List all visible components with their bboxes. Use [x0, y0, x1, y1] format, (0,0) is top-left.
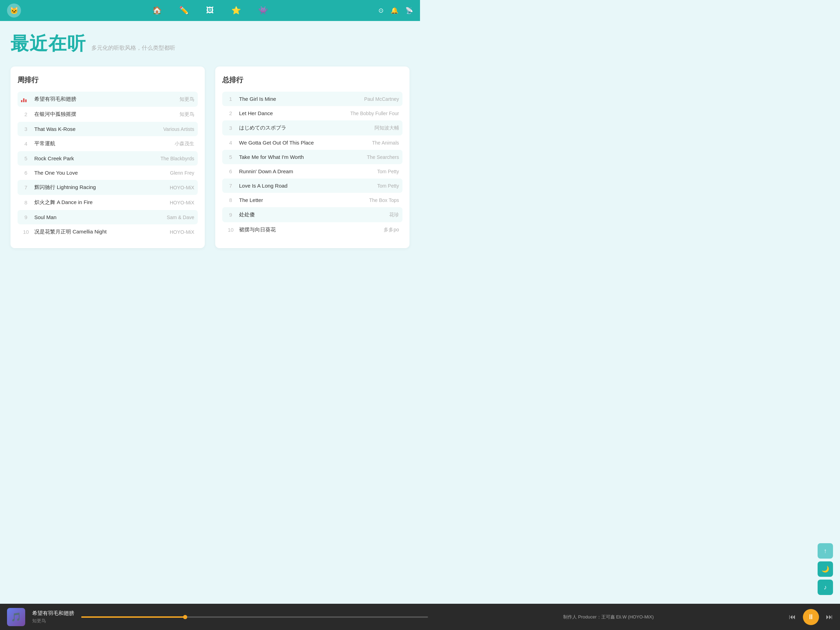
row-rank: 3 [226, 125, 235, 131]
weekly-list-item[interactable]: 5 Rock Creek Park The Blackbyrds [17, 151, 198, 166]
row-title: The Girl Is Mine [235, 96, 364, 102]
row-title: 在银河中孤独摇摆 [31, 111, 180, 118]
row-title: 处处傻 [235, 212, 389, 218]
nav-favorites[interactable]: ⭐ [231, 6, 241, 15]
row-artist: HOYO-MiX [170, 229, 194, 235]
row-rank: 6 [226, 168, 235, 174]
total-list-item[interactable]: 5 Take Me for What I'm Worth The Searche… [222, 150, 403, 164]
weekly-list-item[interactable]: 3 That Was K-Rose Various Artists [17, 122, 198, 136]
header-right: ⊙ 🔔 📡 [378, 7, 413, 14]
nav-game[interactable]: 👾 [258, 6, 268, 15]
weekly-list-item[interactable]: 7 辉闪驰行 Lightning Racing HOYO-MiX [17, 180, 198, 195]
row-rank: 5 [21, 155, 31, 161]
row-title: That Was K-Rose [31, 126, 163, 132]
row-rank: 8 [21, 199, 31, 205]
columns: 周排行 希望有羽毛和翅膀 知更鸟2 在银河中孤独摇摆 知更鸟3 That Was… [11, 66, 409, 248]
row-rank: 7 [21, 185, 31, 190]
row-artist: Various Artists [163, 126, 194, 132]
row-artist: 阿知波大輔 [374, 125, 399, 131]
weekly-list-item[interactable]: 8 炽火之舞 A Dance in Fire HOYO-MiX [17, 195, 198, 210]
weekly-list-item[interactable]: 6 The One You Love Glenn Frey [17, 166, 198, 180]
row-title: 希望有羽毛和翅膀 [31, 96, 180, 103]
row-artist: The Bobby Fuller Four [351, 111, 399, 116]
row-title: 平常運航 [31, 141, 175, 147]
bell-icon[interactable]: 🔔 [391, 7, 398, 14]
row-artist: 知更鸟 [180, 111, 194, 118]
row-artist: Paul McCartney [364, 96, 399, 102]
nav-gallery[interactable]: 🖼 [206, 6, 214, 15]
row-title: Rock Creek Park [31, 155, 161, 161]
row-rank: 10 [226, 227, 235, 233]
total-chart-panel: 总排行 1 The Girl Is Mine Paul McCartney 2 … [215, 66, 409, 248]
row-rank: 10 [21, 229, 31, 235]
row-title: The One You Love [31, 170, 170, 176]
total-list-item[interactable]: 7 Love Is A Long Road Tom Petty [222, 178, 403, 193]
row-title: Soul Man [31, 214, 167, 220]
row-title: 况是花繁月正明 Camellia Night [31, 229, 170, 235]
total-list-item[interactable]: 8 The Letter The Box Tops [222, 193, 403, 207]
row-rank: 8 [226, 197, 235, 203]
row-rank: 9 [226, 212, 235, 218]
row-rank: 2 [21, 111, 31, 117]
row-rank: 4 [226, 140, 235, 145]
total-list-item[interactable]: 3 はじめてのスポブラ 阿知波大輔 [222, 120, 403, 136]
row-artist: Tom Petty [377, 183, 399, 189]
logo[interactable]: 🐱 [7, 3, 21, 17]
row-title: はじめてのスポブラ [235, 125, 374, 131]
row-title: We Gotta Get Out Of This Place [235, 140, 372, 145]
row-artist: Tom Petty [377, 169, 399, 174]
nav-home[interactable]: 🏠 [152, 6, 162, 15]
row-rank: 6 [21, 170, 31, 176]
row-title: 辉闪驰行 Lightning Racing [31, 184, 170, 191]
github-icon[interactable]: ⊙ [378, 7, 384, 14]
total-list-item[interactable]: 2 Let Her Dance The Bobby Fuller Four [222, 106, 403, 120]
weekly-chart-panel: 周排行 希望有羽毛和翅膀 知更鸟2 在银河中孤独摇摆 知更鸟3 That Was… [11, 66, 205, 248]
row-artist: 花珍 [389, 212, 399, 218]
row-title: 裙摆与向日葵花 [235, 226, 384, 233]
row-artist: HOYO-MiX [170, 200, 194, 205]
row-rank: 5 [226, 154, 235, 160]
row-title: Runnin' Down A Dream [235, 168, 377, 174]
row-artist: Glenn Frey [170, 170, 194, 176]
weekly-list-item[interactable]: 2 在银河中孤独摇摆 知更鸟 [17, 107, 198, 122]
row-title: 炽火之舞 A Dance in Fire [31, 199, 170, 206]
row-artist: The Animals [372, 140, 399, 145]
total-list-item[interactable]: 9 处处傻 花珍 [222, 207, 403, 222]
page-title-section: 最近在听 多元化的听歌风格，什么类型都听 [11, 32, 409, 56]
page-subtitle: 多元化的听歌风格，什么类型都听 [92, 44, 175, 52]
total-list-item[interactable]: 1 The Girl Is Mine Paul McCartney [222, 92, 403, 106]
logo-icon: 🐱 [10, 6, 19, 15]
row-title: The Letter [235, 197, 369, 203]
row-artist: 多多po [384, 227, 399, 233]
page-title: 最近在听 [11, 32, 86, 56]
row-artist: The Searchers [367, 154, 399, 160]
row-rank: 4 [21, 141, 31, 147]
total-list-item[interactable]: 6 Runnin' Down A Dream Tom Petty [222, 164, 403, 178]
page-content: 最近在听 多元化的听歌风格，什么类型都听 周排行 希望有羽毛和翅膀 知更鸟2 在… [0, 21, 420, 283]
weekly-chart-title: 周排行 [17, 75, 198, 85]
total-list-item[interactable]: 4 We Gotta Get Out Of This Place The Ani… [222, 136, 403, 150]
total-list-item[interactable]: 10 裙摆与向日葵花 多多po [222, 222, 403, 237]
weekly-list-item[interactable]: 9 Soul Man Sam & Dave [17, 210, 198, 224]
weekly-list-item[interactable]: 4 平常運航 小森茂生 [17, 136, 198, 151]
row-artist: Sam & Dave [167, 215, 194, 220]
row-rank: 3 [21, 126, 31, 132]
row-artist: 小森茂生 [175, 141, 194, 147]
row-title: Take Me for What I'm Worth [235, 154, 367, 160]
total-chart-list: 1 The Girl Is Mine Paul McCartney 2 Let … [222, 92, 403, 237]
row-title: Love Is A Long Road [235, 183, 377, 189]
total-chart-title: 总排行 [222, 75, 403, 85]
row-rank: 1 [226, 96, 235, 102]
row-rank: 9 [21, 214, 31, 220]
row-artist: The Blackbyrds [161, 156, 194, 161]
nav-edit[interactable]: ✏️ [179, 6, 189, 15]
row-title: Let Her Dance [235, 110, 351, 116]
rss-icon[interactable]: 📡 [405, 7, 413, 14]
row-artist: The Box Tops [369, 197, 399, 203]
weekly-list-item[interactable]: 10 况是花繁月正明 Camellia Night HOYO-MiX [17, 224, 198, 239]
header: 🐱 🏠 ✏️ 🖼 ⭐ 👾 ⊙ 🔔 📡 [0, 0, 420, 21]
row-rank [21, 96, 31, 102]
row-rank: 7 [226, 183, 235, 189]
row-artist: 知更鸟 [180, 96, 194, 103]
weekly-list-item[interactable]: 希望有羽毛和翅膀 知更鸟 [17, 92, 198, 107]
